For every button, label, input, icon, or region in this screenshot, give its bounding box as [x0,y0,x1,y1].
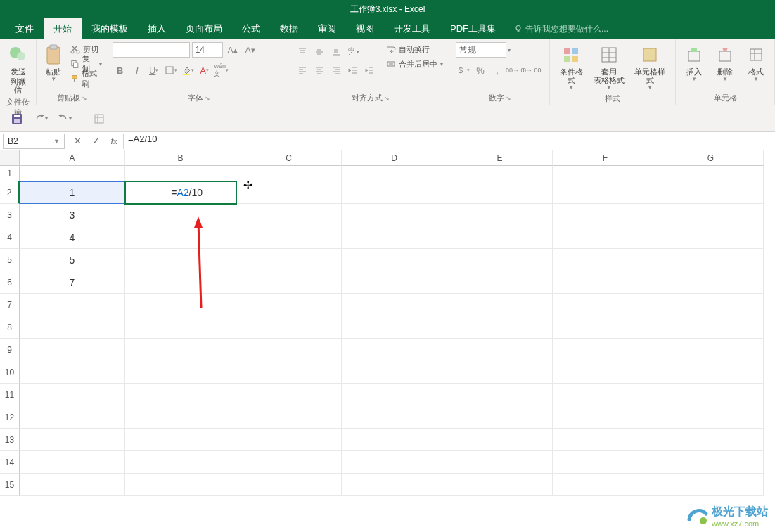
cell-A5[interactable]: 5 [20,249,125,271]
menu-pdf[interactable]: PDF工具集 [440,18,506,39]
indent-increase-button[interactable] [362,63,378,78]
decrease-decimal-button[interactable]: .0→.00 [523,63,539,78]
row-header-12[interactable]: 12 [0,406,20,429]
row-header-14[interactable]: 14 [0,451,20,474]
col-header-F[interactable]: F [553,150,658,166]
name-box[interactable]: B2 ▼ [3,134,65,149]
increase-font-button[interactable]: A▴ [225,42,241,58]
cell-E14[interactable] [447,451,553,474]
col-header-E[interactable]: E [447,150,553,166]
cell-G10[interactable] [658,361,764,384]
cell-D10[interactable] [342,361,447,384]
cell-C7[interactable] [236,294,342,316]
align-left-button[interactable] [295,63,310,78]
format-painter-button[interactable]: 格式刷 [69,72,103,86]
cell-B2[interactable]: =A2/10 [125,181,236,204]
col-header-G[interactable]: G [658,150,764,166]
cell-F12[interactable] [553,406,658,429]
cell-D9[interactable] [342,339,447,361]
cell-D5[interactable] [342,249,447,271]
cell-E11[interactable] [447,384,553,406]
cell-A8[interactable] [20,316,125,339]
cell-G2[interactable] [658,181,764,204]
cell-G9[interactable] [658,339,764,361]
cell-B7[interactable] [125,294,236,316]
decrease-font-button[interactable]: A▾ [243,42,258,58]
menu-insert[interactable]: 插入 [138,18,176,39]
fx-button[interactable]: fx [105,134,123,149]
cell-F2[interactable] [553,181,658,204]
insert-cells-button[interactable]: 插入▼ [680,42,708,84]
cell-B9[interactable] [125,339,236,361]
cell-A6[interactable]: 7 [20,271,125,294]
cell-D11[interactable] [342,384,447,406]
cell-E10[interactable] [447,361,553,384]
col-header-B[interactable]: B [125,150,236,166]
cell-D8[interactable] [342,316,447,339]
font-launcher[interactable]: ↘ [205,95,210,102]
cell-A13[interactable] [20,429,125,451]
cell-A10[interactable] [20,361,125,384]
cell-G8[interactable] [658,316,764,339]
cell-C9[interactable] [236,339,342,361]
cell-F6[interactable] [553,271,658,294]
cell-B3[interactable] [125,204,236,226]
row-header-1[interactable]: 1 [0,166,20,181]
menu-formulas[interactable]: 公式 [232,18,270,39]
menu-file[interactable]: 文件 [6,18,44,39]
cell-C2[interactable] [236,181,342,204]
indent-decrease-button[interactable] [345,63,361,78]
undo-button[interactable]: ▾ [58,112,72,126]
cell-E7[interactable] [447,294,553,316]
fill-color-button[interactable]: ▾ [180,63,196,78]
formula-input[interactable]: =A2/10 [124,134,775,149]
cell-E12[interactable] [447,406,553,429]
qat-extra-button[interactable] [92,112,106,126]
cell-A4[interactable]: 4 [20,226,125,249]
cell-E3[interactable] [447,204,553,226]
col-header-D[interactable]: D [342,150,447,166]
percent-button[interactable]: % [473,63,488,78]
cell-F1[interactable] [553,166,658,181]
cell-A11[interactable] [20,384,125,406]
bold-button[interactable]: B [113,63,128,78]
align-center-button[interactable] [312,63,327,78]
cell-G14[interactable] [658,451,764,474]
cell-B15[interactable] [125,474,236,496]
cell-A12[interactable] [20,406,125,429]
font-name-select[interactable] [113,42,190,58]
row-header-4[interactable]: 4 [0,226,20,249]
cell-G12[interactable] [658,406,764,429]
cell-F11[interactable] [553,384,658,406]
cell-C14[interactable] [236,451,342,474]
cell-G13[interactable] [658,429,764,451]
conditional-format-button[interactable]: 条件格式▼ [554,42,589,92]
clipboard-launcher[interactable]: ↘ [82,95,87,102]
name-box-dropdown-icon[interactable]: ▼ [53,138,60,145]
cell-B13[interactable] [125,429,236,451]
cell-B12[interactable] [125,406,236,429]
cell-D2[interactable] [342,181,447,204]
increase-decimal-button[interactable]: .00→.0 [506,63,522,78]
phonetic-button[interactable]: wén文▾ [214,63,229,78]
number-format-select[interactable] [456,42,506,58]
align-top-button[interactable] [295,44,310,60]
cell-G15[interactable] [658,474,764,496]
cell-C13[interactable] [236,429,342,451]
cell-D6[interactable] [342,271,447,294]
font-color-button[interactable]: A▾ [197,63,212,78]
underline-button[interactable]: U▾ [146,63,162,78]
cell-B8[interactable] [125,316,236,339]
cell-A9[interactable] [20,339,125,361]
font-size-select[interactable] [192,42,223,58]
cell-E6[interactable] [447,271,553,294]
cell-D12[interactable] [342,406,447,429]
cell-D1[interactable] [342,166,447,181]
cell-A7[interactable] [20,294,125,316]
cell-E4[interactable] [447,226,553,249]
cell-C4[interactable] [236,226,342,249]
menu-view[interactable]: 视图 [346,18,384,39]
paste-button[interactable]: 粘贴 ▼ [41,42,66,84]
align-launcher[interactable]: ↘ [384,95,390,102]
col-header-C[interactable]: C [236,150,342,166]
